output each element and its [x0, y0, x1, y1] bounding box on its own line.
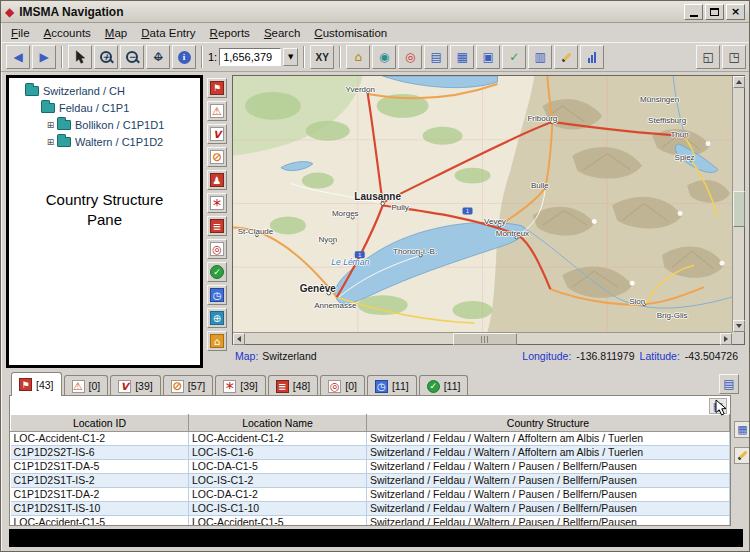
table-cell[interactable]: LOC-IS-C1-10: [189, 502, 367, 516]
layer-home-button[interactable]: ⌂: [207, 331, 227, 351]
tree-node-bollikon[interactable]: ⊞ Bollikon / C1P1D1: [9, 116, 200, 133]
layer-victim-button[interactable]: V: [207, 124, 227, 144]
tab-victims[interactable]: V [39]: [110, 375, 161, 396]
minimize-button[interactable]: [684, 4, 703, 20]
layer-hazard-button[interactable]: ⚠: [207, 101, 227, 121]
t ab-pending[interactable]: ◷ [11]: [367, 375, 417, 396]
expander-icon[interactable]: ⊞: [45, 137, 56, 147]
pan-button[interactable]: ↔↕: [146, 45, 170, 69]
column-header-location-id[interactable]: Location ID: [11, 415, 189, 432]
tree-node-waltern[interactable]: ⊞ Waltern / C1P1D2: [9, 133, 200, 150]
table-row[interactable]: C1P1D2S1T-IS-10 LOC-IS-C1-10 Switzerland…: [11, 502, 730, 516]
table-cell[interactable]: LOC-Accident-C1-2: [11, 432, 189, 446]
edit-tool-button[interactable]: [554, 45, 578, 69]
tab-completed[interactable]: ✓ [11]: [419, 375, 469, 396]
back-button[interactable]: ◀: [6, 45, 30, 69]
map-vertical-scrollbar[interactable]: [732, 76, 744, 332]
cascade-windows-button[interactable]: ◳: [722, 45, 746, 69]
edit-report-button[interactable]: [734, 447, 750, 464]
close-button[interactable]: ×: [726, 4, 745, 20]
menu-reports[interactable]: Reports: [203, 25, 257, 41]
table-cell[interactable]: Switzerland / Feldau / Waltern / Pausen …: [367, 516, 730, 527]
grid-view-button[interactable]: ▦: [450, 45, 474, 69]
column-header-location-name[interactable]: Location Name: [189, 415, 367, 432]
approve-button[interactable]: ✓: [502, 45, 526, 69]
zoom-out-button[interactable]: −: [120, 45, 144, 69]
layer-control-button[interactable]: ▤: [719, 374, 739, 394]
menu-map[interactable]: Map: [98, 25, 134, 41]
table-cell[interactable]: C1P1D2S2T-IS-6: [11, 446, 189, 460]
table-row[interactable]: C1P1D2S1T-IS-2 LOC-IS-C1-2 Switzerland /…: [11, 474, 730, 488]
layer-completed-button[interactable]: ✓: [207, 262, 227, 282]
scroll-down-button[interactable]: [733, 320, 745, 332]
layer-pending-button[interactable]: ◷: [207, 285, 227, 305]
layer-task-button[interactable]: ≡: [207, 216, 227, 236]
layer-mre-button[interactable]: ♟: [207, 170, 227, 190]
table-row[interactable]: LOC-Accident-C1-5 LOC-Accident-C1-5 Swit…: [11, 516, 730, 527]
layer-gazetteer-button[interactable]: ⊕: [207, 308, 227, 328]
column-chooser-button[interactable]: ▦: [709, 398, 727, 414]
globe-button[interactable]: ◉: [372, 45, 396, 69]
table-cell[interactable]: Switzerland / Feldau / Waltern / Affolte…: [367, 432, 730, 446]
table-cell[interactable]: C1P1D2S1T-IS-10: [11, 502, 189, 516]
table-cell[interactable]: C1P1D2S1T-DA-5: [11, 460, 189, 474]
tab-accidents[interactable]: * [39]: [215, 375, 266, 396]
table-cell[interactable]: LOC-DA-C1-2: [189, 488, 367, 502]
table-row[interactable]: C1P1D2S2T-IS-6 LOC-IS-C1-6 Switzerland /…: [11, 446, 730, 460]
tab-qa[interactable]: ◎ [0]: [320, 375, 365, 396]
data-entry-form-button[interactable]: ▣: [476, 45, 500, 69]
scroll-right-button[interactable]: [720, 333, 732, 345]
tab-hazards[interactable]: ⚠ [0]: [64, 375, 109, 396]
chart-tool-button[interactable]: [580, 45, 604, 69]
forward-button[interactable]: ▶: [32, 45, 56, 69]
horizontal-scroll-thumb[interactable]: [453, 333, 517, 345]
identify-button[interactable]: i: [172, 45, 196, 69]
vertical-scroll-thumb[interactable]: [733, 191, 745, 227]
table-cell[interactable]: LOC-Accident-C1-2: [189, 432, 367, 446]
layer-accident-button[interactable]: *: [207, 193, 227, 213]
layer-hazard-reduction-button[interactable]: ⊘: [207, 147, 227, 167]
zoom-in-button[interactable]: +: [94, 45, 118, 69]
menu-file[interactable]: File: [4, 25, 37, 41]
table-cell[interactable]: Switzerland / Feldau / Waltern / Pausen …: [367, 488, 730, 502]
menu-data-entry[interactable]: Data Entry: [134, 25, 202, 41]
table-cell[interactable]: LOC-IS-C1-6: [189, 446, 367, 460]
tree-node-feldau[interactable]: Feldau / C1P1: [9, 99, 200, 116]
map-canvas[interactable]: 1 1 Lausanne Pully Morges Vevey Montre: [233, 76, 732, 332]
menu-accounts[interactable]: Accounts: [37, 25, 98, 41]
attribute-table-button[interactable]: ▦: [734, 421, 750, 438]
table-row[interactable]: C1P1D2S1T-DA-5 LOC-DA-C1-5 Switzerland /…: [11, 460, 730, 474]
menu-customisation[interactable]: Customisation: [307, 25, 394, 41]
table-cell[interactable]: Switzerland / Feldau / Waltern / Pausen …: [367, 502, 730, 516]
table-cell[interactable]: Switzerland / Feldau / Waltern / Pausen …: [367, 460, 730, 474]
table-cell[interactable]: LOC-Accident-C1-5: [189, 516, 367, 527]
xy-coordinates-button[interactable]: XY: [310, 45, 334, 69]
tile-windows-button[interactable]: ◱: [696, 45, 720, 69]
title-bar[interactable]: ◆ IMSMA Navigation ×: [1, 1, 749, 23]
tab-tasks[interactable]: ≡ [48]: [268, 375, 319, 396]
table-row[interactable]: LOC-Accident-C1-2 LOC-Accident-C1-2 Swit…: [11, 432, 730, 446]
table-cell[interactable]: LOC-IS-C1-2: [189, 474, 367, 488]
scale-dropdown-button[interactable]: ▼: [283, 48, 298, 66]
map-horizontal-scrollbar[interactable]: [233, 332, 732, 344]
table-row[interactable]: C1P1D2S1T-DA-2 LOC-DA-C1-2 Switzerland /…: [11, 488, 730, 502]
tree-node-switzerland[interactable]: Switzerland / CH: [9, 82, 200, 99]
layers-button[interactable]: ▤: [424, 45, 448, 69]
overview-map-button[interactable]: ⌂: [346, 45, 370, 69]
table-cell[interactable]: LOC-DA-C1-5: [189, 460, 367, 474]
column-header-country-structure[interactable]: Country Structure: [367, 415, 730, 432]
menu-search[interactable]: Search: [257, 25, 307, 41]
table-cell[interactable]: LOC-Accident-C1-5: [11, 516, 189, 527]
select-tool-button[interactable]: [68, 45, 92, 69]
database-button[interactable]: ▥: [528, 45, 552, 69]
scroll-up-button[interactable]: [733, 76, 745, 88]
expander-icon[interactable]: ⊞: [45, 120, 56, 130]
scale-input[interactable]: [219, 48, 281, 66]
layer-qa-button[interactable]: ◎: [207, 239, 227, 259]
table-cell[interactable]: C1P1D2S1T-IS-2: [11, 474, 189, 488]
maximize-button[interactable]: [705, 4, 724, 20]
table-cell[interactable]: Switzerland / Feldau / Waltern / Pausen …: [367, 474, 730, 488]
hotlink-button[interactable]: ◎: [398, 45, 422, 69]
table-cell[interactable]: C1P1D2S1T-DA-2: [11, 488, 189, 502]
tab-hazard-reductions[interactable]: ⊘ [57]: [163, 375, 214, 396]
